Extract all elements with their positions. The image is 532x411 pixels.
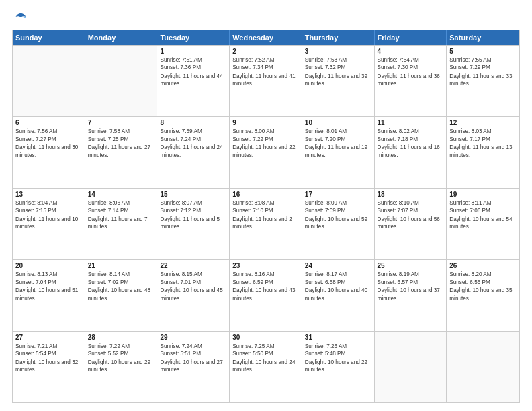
sunrise-text: Sunrise: 8:03 AM	[449, 128, 517, 135]
sunrise-text: Sunrise: 8:00 AM	[232, 128, 299, 135]
day-header-sunday: Sunday	[13, 30, 85, 45]
sunset-text: Sunset: 7:15 PM	[15, 207, 82, 214]
calendar-row-3: 13Sunrise: 8:04 AMSunset: 7:15 PMDayligh…	[13, 188, 519, 259]
sunrise-text: Sunrise: 7:25 AM	[232, 342, 299, 350]
daylight-text: Daylight: 11 hours and 33 minutes.	[449, 73, 517, 88]
day-number: 21	[88, 262, 154, 269]
calendar-cell: 21Sunrise: 8:14 AMSunset: 7:02 PMDayligh…	[85, 260, 158, 330]
calendar-row-2: 6Sunrise: 7:56 AMSunset: 7:27 PMDaylight…	[13, 116, 519, 187]
sunset-text: Sunset: 7:24 PM	[160, 136, 226, 143]
day-number: 29	[160, 334, 226, 341]
sunset-text: Sunset: 7:34 PM	[232, 64, 299, 71]
daylight-text: Daylight: 11 hours and 27 minutes.	[88, 144, 154, 159]
sunrise-text: Sunrise: 7:55 AM	[449, 56, 517, 64]
daylight-text: Daylight: 11 hours and 13 minutes.	[449, 144, 517, 159]
day-number: 25	[378, 262, 444, 269]
calendar-cell: 27Sunrise: 7:21 AMSunset: 5:54 PMDayligh…	[13, 332, 85, 402]
sunrise-text: Sunrise: 7:22 AM	[88, 342, 154, 350]
daylight-text: Daylight: 10 hours and 32 minutes.	[15, 359, 82, 374]
sunset-text: Sunset: 7:30 PM	[378, 64, 444, 71]
day-number: 31	[305, 334, 371, 341]
sunrise-text: Sunrise: 7:24 AM	[160, 342, 226, 350]
day-number: 2	[232, 48, 299, 55]
sunrise-text: Sunrise: 8:10 AM	[378, 199, 444, 207]
daylight-text: Daylight: 10 hours and 24 minutes.	[232, 359, 299, 374]
daylight-text: Daylight: 11 hours and 30 minutes.	[15, 144, 82, 159]
daylight-text: Daylight: 10 hours and 48 minutes.	[88, 287, 154, 302]
day-number: 13	[15, 191, 82, 198]
calendar-cell: 22Sunrise: 8:15 AMSunset: 7:01 PMDayligh…	[157, 260, 230, 330]
sunset-text: Sunset: 5:52 PM	[88, 350, 154, 357]
daylight-text: Daylight: 10 hours and 45 minutes.	[160, 287, 226, 302]
calendar-cell: 9Sunrise: 8:00 AMSunset: 7:22 PMDaylight…	[230, 117, 302, 187]
day-header-tuesday: Tuesday	[157, 30, 230, 45]
sunrise-text: Sunrise: 8:02 AM	[378, 128, 444, 135]
calendar-cell: 29Sunrise: 7:24 AMSunset: 5:51 PMDayligh…	[157, 332, 230, 402]
daylight-text: Daylight: 11 hours and 10 minutes.	[15, 216, 82, 231]
calendar-cell: 25Sunrise: 8:19 AMSunset: 6:57 PMDayligh…	[375, 260, 447, 330]
daylight-text: Daylight: 10 hours and 27 minutes.	[160, 359, 226, 374]
sunset-text: Sunset: 7:17 PM	[449, 136, 517, 143]
sunrise-text: Sunrise: 8:11 AM	[449, 199, 517, 207]
day-number: 1	[160, 48, 226, 55]
calendar-cell: 3Sunrise: 7:53 AMSunset: 7:32 PMDaylight…	[302, 46, 375, 116]
day-number: 18	[378, 191, 444, 198]
calendar-cell	[13, 46, 85, 116]
sunset-text: Sunset: 7:18 PM	[378, 136, 444, 143]
sunrise-text: Sunrise: 8:19 AM	[378, 271, 444, 278]
daylight-text: Daylight: 10 hours and 35 minutes.	[449, 287, 517, 302]
daylight-text: Daylight: 11 hours and 41 minutes.	[232, 73, 299, 88]
calendar-row-4: 20Sunrise: 8:13 AMSunset: 7:04 PMDayligh…	[13, 259, 519, 330]
daylight-text: Daylight: 11 hours and 7 minutes.	[88, 216, 154, 231]
calendar-cell: 15Sunrise: 8:07 AMSunset: 7:12 PMDayligh…	[157, 189, 230, 259]
sunrise-text: Sunrise: 7:52 AM	[232, 56, 299, 64]
sunset-text: Sunset: 6:59 PM	[232, 279, 299, 286]
logo-text	[12, 11, 28, 23]
sunrise-text: Sunrise: 8:01 AM	[305, 128, 371, 135]
daylight-text: Daylight: 10 hours and 56 minutes.	[378, 216, 444, 231]
sunset-text: Sunset: 7:06 PM	[449, 207, 517, 214]
calendar-cell: 23Sunrise: 8:16 AMSunset: 6:59 PMDayligh…	[230, 260, 302, 330]
calendar-page: SundayMondayTuesdayWednesdayThursdayFrid…	[0, 0, 532, 411]
sunrise-text: Sunrise: 8:04 AM	[15, 199, 82, 207]
sunrise-text: Sunrise: 8:08 AM	[232, 199, 299, 207]
calendar-cell: 20Sunrise: 8:13 AMSunset: 7:04 PMDayligh…	[13, 260, 85, 330]
sunrise-text: Sunrise: 7:58 AM	[88, 128, 154, 135]
sunrise-text: Sunrise: 8:07 AM	[160, 199, 226, 207]
day-number: 12	[449, 119, 517, 126]
day-number: 4	[378, 48, 444, 55]
sunset-text: Sunset: 7:04 PM	[15, 279, 82, 286]
daylight-text: Daylight: 11 hours and 16 minutes.	[378, 144, 444, 159]
day-number: 22	[160, 262, 226, 269]
sunset-text: Sunset: 5:50 PM	[232, 350, 299, 357]
day-number: 30	[232, 334, 299, 341]
sunset-text: Sunset: 5:54 PM	[15, 350, 82, 357]
sunrise-text: Sunrise: 7:54 AM	[378, 56, 444, 64]
sunrise-text: Sunrise: 7:59 AM	[160, 128, 226, 135]
calendar-cell: 1Sunrise: 7:51 AMSunset: 7:36 PMDaylight…	[157, 46, 230, 116]
sunset-text: Sunset: 7:14 PM	[88, 207, 154, 214]
calendar-cell: 14Sunrise: 8:06 AMSunset: 7:14 PMDayligh…	[85, 189, 158, 259]
calendar-cell: 7Sunrise: 7:58 AMSunset: 7:25 PMDaylight…	[85, 117, 158, 187]
day-number: 6	[15, 119, 82, 126]
calendar-header-row: SundayMondayTuesdayWednesdayThursdayFrid…	[13, 30, 519, 45]
calendar-cell	[85, 46, 158, 116]
day-header-thursday: Thursday	[302, 30, 375, 45]
sunset-text: Sunset: 7:27 PM	[15, 136, 82, 143]
calendar-body: 1Sunrise: 7:51 AMSunset: 7:36 PMDaylight…	[13, 45, 519, 402]
day-number: 19	[449, 191, 517, 198]
sunset-text: Sunset: 6:58 PM	[305, 279, 371, 286]
day-number: 11	[378, 119, 444, 126]
calendar-row-5: 27Sunrise: 7:21 AMSunset: 5:54 PMDayligh…	[13, 331, 519, 402]
sunrise-text: Sunrise: 7:51 AM	[160, 56, 226, 64]
daylight-text: Daylight: 10 hours and 43 minutes.	[232, 287, 299, 302]
calendar-cell: 24Sunrise: 8:17 AMSunset: 6:58 PMDayligh…	[302, 260, 375, 330]
daylight-text: Daylight: 10 hours and 59 minutes.	[305, 216, 371, 231]
calendar-cell: 16Sunrise: 8:08 AMSunset: 7:10 PMDayligh…	[230, 189, 302, 259]
day-number: 16	[232, 191, 299, 198]
daylight-text: Daylight: 11 hours and 5 minutes.	[160, 216, 226, 231]
sunrise-text: Sunrise: 8:13 AM	[15, 271, 82, 278]
calendar-row-1: 1Sunrise: 7:51 AMSunset: 7:36 PMDaylight…	[13, 45, 519, 116]
sunset-text: Sunset: 7:01 PM	[160, 279, 226, 286]
calendar-cell: 30Sunrise: 7:25 AMSunset: 5:50 PMDayligh…	[230, 332, 302, 402]
